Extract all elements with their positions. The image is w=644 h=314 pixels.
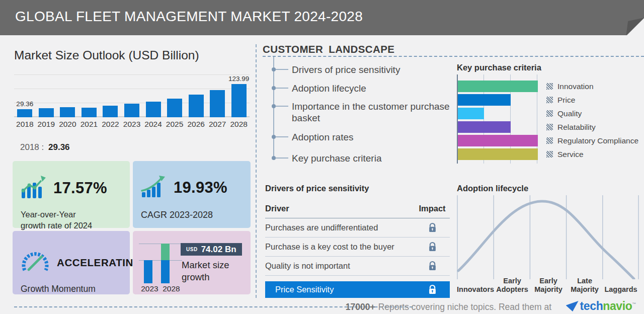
customer-landscape-title: CUSTOMER LANDSCAPE — [263, 43, 394, 55]
driver-row: Quality is not important — [265, 257, 450, 276]
year-label: 2025 — [164, 120, 186, 129]
cagr-value: 19.93% — [174, 179, 227, 197]
speedometer-icon — [21, 250, 50, 275]
adoption-lifecycle-title: Adoption lifecycle — [457, 184, 528, 193]
bar-series: 29.36123.99 — [14, 74, 250, 117]
year-label: 2028 — [228, 120, 250, 129]
price-sensitivity-label: Price Sensitivity — [275, 285, 334, 294]
vertical-dashed-separator — [256, 44, 257, 298]
key-purchase-criteria-chart — [457, 74, 538, 164]
note-year: 2018 — [20, 142, 39, 152]
legend-hatch-swatch — [546, 83, 553, 90]
mini-year-2028: 2028 — [160, 284, 182, 293]
customer-landscape-item: Key purchase criteria — [292, 152, 458, 164]
cagr-label: CAGR 2023-2028 — [141, 209, 243, 221]
legend-label: Regulatory Compliance — [557, 136, 638, 145]
legend-label: Relatability — [557, 123, 596, 132]
currency-label: USD — [186, 247, 198, 252]
list-connector-line — [276, 69, 288, 70]
legend-row: Innovation — [546, 81, 644, 92]
lock-icon — [428, 242, 437, 252]
logo-navio-text: navio — [603, 299, 632, 312]
technavio-logo[interactable]: technavio™ — [566, 299, 636, 313]
technavio-triangle-icon — [566, 301, 579, 311]
lifecycle-stage-label: Early Majority — [530, 277, 567, 294]
driver-row: Purchase is a key cost to the buyer — [265, 238, 450, 257]
impact-cell — [415, 261, 450, 271]
key-purchase-criteria-title: Key purchase criteria — [457, 63, 541, 72]
note-separator: : — [42, 142, 46, 152]
drivers-table-title: Drivers of price sensitivity — [265, 184, 450, 193]
cagr-curve-icon — [141, 175, 167, 200]
chart-legend: InnovationPriceQualityRelatabilityRegula… — [546, 74, 644, 160]
lock-icon — [428, 222, 437, 233]
lifecycle-stage-labels: InnovatorsEarly AdoptersEarly MajorityLa… — [457, 273, 639, 294]
list-bullet-dot — [272, 135, 276, 139]
bar-cell — [207, 74, 228, 117]
bar-2028-base — [161, 260, 170, 283]
list-connector-line — [276, 88, 288, 89]
table-header: Driver Impact — [265, 204, 450, 218]
year-label: 2026 — [185, 120, 207, 129]
usd-value-badge: USD 74.02 Bn — [181, 243, 242, 256]
customer-landscape-item: Adoption lifecycle — [292, 83, 458, 94]
cagr-card: 19.93% CAGR 2023-2028 — [133, 161, 251, 228]
bar-cell: 123.99 — [228, 74, 250, 117]
stat-cards: 17.57% Year-over-Year growth rate of 202… — [13, 161, 251, 294]
adoption-lifecycle-chart — [457, 195, 639, 279]
bar-cell — [57, 74, 78, 117]
bar-2028: 123.99 — [231, 84, 247, 117]
mini-chart-years: 2023 2028 — [139, 284, 182, 293]
momentum-card: ACCELERATING Growth Momentum — [13, 231, 130, 294]
yoy-growth-value: 17.57% — [53, 179, 107, 197]
list-bullet-dot — [272, 86, 276, 90]
momentum-value: ACCELERATING — [57, 257, 142, 269]
market-growth-card: 2023 2028 USD 74.02 Bn Market size growt… — [133, 231, 251, 294]
year-label: 2023 — [121, 120, 143, 129]
list-bullet-dot — [272, 156, 276, 160]
bar-2019 — [39, 108, 54, 117]
year-label: 2020 — [57, 120, 78, 129]
bar-cell — [121, 74, 143, 117]
list-connector-line — [276, 106, 288, 107]
bar-cell — [100, 74, 121, 117]
bar-cell — [142, 74, 164, 117]
bar-2025 — [167, 99, 182, 117]
footer-text: 17000+Reports covering niche topics. Rea… — [346, 302, 551, 312]
list-bullet-dot — [272, 104, 276, 108]
legend-row: Relatability — [546, 121, 644, 133]
year-label: 2022 — [100, 120, 121, 129]
column-impact: Impact — [415, 204, 450, 213]
bar-cell: 29.36 — [14, 74, 36, 117]
bell-curve — [458, 201, 634, 279]
gridline — [139, 244, 182, 244]
bar-2024 — [146, 102, 161, 117]
legend-row: Service — [546, 148, 644, 160]
legend-label: Innovation — [557, 82, 594, 91]
market-size-note: 2018 : 29.36 — [20, 142, 70, 152]
driver-label: Purchases are undifferentiated — [265, 223, 378, 232]
bar-cell — [164, 74, 186, 117]
bar-2023 — [144, 260, 152, 283]
mini-year-2023: 2023 — [139, 284, 160, 293]
year-label: 2019 — [36, 120, 57, 129]
column-driver: Driver — [265, 204, 289, 213]
lifecycle-stage-label: Innovators — [457, 285, 494, 294]
note-value: 29.36 — [48, 142, 70, 152]
lifecycle-stage-label: Early Adopters — [494, 277, 530, 294]
lock-icon — [428, 284, 437, 295]
footer-tagline: Reports covering niche topics. Read them… — [378, 302, 551, 312]
legend-hatch-swatch — [546, 110, 553, 117]
momentum-label: Growth Momentum — [21, 283, 122, 295]
year-label: 2018 — [14, 120, 36, 129]
criteria-bar-regulatory-compliance — [458, 135, 538, 146]
page-title: GLOBAL FLEET MANAGEMENT MARKET 2024-2028 — [15, 0, 363, 35]
bar-2021 — [82, 108, 97, 117]
bar-cell — [36, 74, 57, 117]
drivers-of-price-sensitivity: Drivers of price sensitivity Driver Impa… — [265, 184, 450, 298]
logo-tech-text: tech — [580, 299, 603, 312]
lock-icon — [428, 261, 437, 271]
market-size-title: Market Size Outlook (USD Billion) — [14, 48, 199, 62]
yoy-growth-label: Year-over-Year growth rate of 2024 — [21, 209, 122, 231]
yoy-growth-card: 17.57% Year-over-Year growth rate of 202… — [13, 161, 130, 228]
